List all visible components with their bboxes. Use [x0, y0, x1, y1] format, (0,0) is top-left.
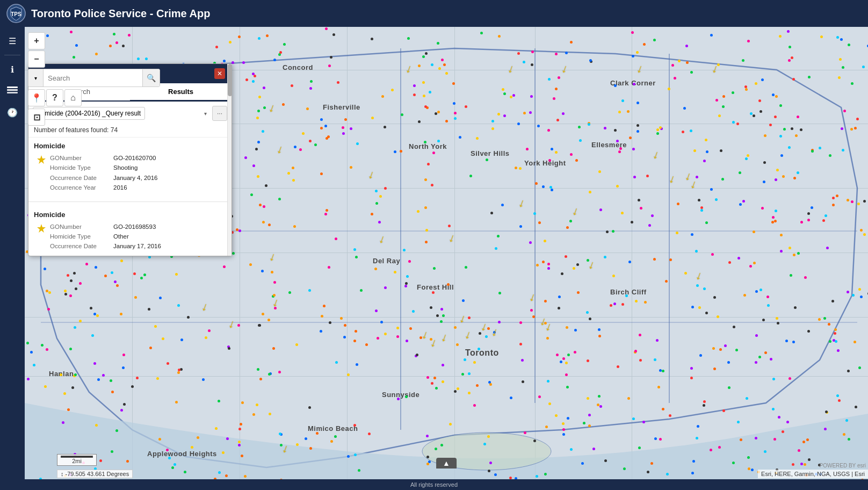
svg-rect-2 — [7, 92, 18, 93]
search-input[interactable] — [45, 69, 141, 87]
crime-dot — [838, 76, 841, 79]
crime-dot — [401, 113, 403, 116]
crime-dot — [772, 216, 775, 219]
crime-dot — [614, 84, 617, 87]
crime-dot — [599, 405, 602, 408]
crime-dot — [375, 190, 378, 192]
crime-dot — [555, 151, 558, 154]
zoom-in-btn[interactable]: + — [28, 32, 45, 49]
crime-dot — [597, 403, 599, 406]
crime-dot — [785, 340, 788, 342]
crime-dot — [425, 241, 428, 243]
help-btn[interactable]: ? — [46, 89, 63, 106]
crime-dot — [74, 373, 77, 376]
crime-dot — [851, 200, 853, 203]
crime-dot — [431, 382, 433, 385]
crime-dot — [761, 78, 764, 81]
home-btn[interactable]: ⌂ — [64, 89, 82, 106]
sidebar-item-menu[interactable]: ☰ — [3, 31, 22, 51]
crime-dot — [423, 95, 425, 97]
crime-dot — [802, 441, 805, 443]
crime-dot — [404, 285, 407, 287]
crime-dot — [797, 171, 799, 174]
result-2-gonumber: GONumber GO-201698593 — [50, 222, 161, 232]
crime-dot — [328, 64, 331, 67]
result-1-occurrencedate: Occurrence Date January 4, 2016 — [50, 173, 157, 183]
crime-dot — [722, 95, 725, 98]
crime-dot — [384, 286, 387, 289]
crime-dot — [748, 467, 750, 470]
crime-dot — [122, 366, 125, 369]
crime-dot — [843, 433, 845, 436]
panel-close-btn[interactable]: ✕ — [214, 68, 225, 79]
crime-dot — [862, 66, 865, 68]
filter-more-btn[interactable]: ··· — [212, 106, 227, 121]
crime-dot — [238, 229, 241, 232]
crime-dot — [671, 64, 674, 67]
crime-dot — [115, 429, 118, 432]
crime-dot — [33, 364, 35, 366]
crime-dot — [715, 99, 718, 102]
crime-dot — [447, 283, 450, 286]
map-toolbar-row1: + — [28, 32, 160, 49]
crime-dot — [408, 260, 411, 263]
crime-dot — [456, 343, 459, 346]
crime-dot — [566, 326, 568, 329]
crime-dot — [837, 349, 840, 352]
crime-dot — [309, 140, 312, 142]
crime-dot — [847, 199, 849, 201]
crime-dot — [268, 373, 271, 376]
crime-dot — [720, 149, 722, 152]
crime-dot — [692, 460, 695, 463]
crime-dot — [232, 252, 235, 255]
result-2-row: GONumber GO-201698593 Homicide Type Othe… — [34, 222, 226, 251]
crime-dot — [604, 459, 607, 462]
crime-dot — [530, 309, 533, 312]
crime-dot — [27, 378, 30, 380]
crime-dot — [793, 254, 795, 256]
crime-dot — [442, 314, 445, 317]
location-btn[interactable]: 📍 — [28, 89, 45, 106]
crime-dot — [517, 122, 520, 125]
crime-dot — [222, 451, 225, 454]
crime-dot — [819, 147, 821, 149]
crime-dot — [465, 105, 467, 108]
svg-marker-11 — [37, 155, 46, 164]
scrollbar-track[interactable] — [227, 137, 232, 256]
crime-dot — [598, 335, 601, 337]
crime-dot — [587, 359, 589, 362]
crime-dot — [705, 139, 707, 141]
crime-dot — [555, 88, 558, 90]
svg-marker-12 — [37, 224, 46, 233]
zoom-out-btn[interactable]: − — [28, 51, 45, 68]
crime-dot — [468, 372, 471, 375]
crime-dot — [64, 290, 67, 292]
sidebar-item-layers[interactable] — [3, 81, 22, 100]
crime-dot — [238, 35, 241, 38]
scale-label: 2mi — [72, 458, 82, 464]
crime-dot — [459, 136, 461, 139]
crime-dot — [545, 426, 548, 428]
crime-dot — [437, 42, 439, 45]
collapse-map-btn[interactable]: ▲ — [436, 458, 457, 469]
crime-dot — [775, 178, 777, 181]
extent-btn[interactable]: ⊡ — [28, 109, 45, 126]
search-dropdown-btn[interactable]: ▾ — [28, 69, 44, 87]
crime-dot — [502, 88, 504, 91]
crime-dot — [491, 127, 494, 130]
crime-dot — [468, 316, 471, 319]
crime-dot — [526, 148, 529, 150]
crime-dot — [244, 475, 247, 478]
crime-dot — [430, 338, 432, 341]
crime-dot — [749, 265, 752, 268]
crime-dot — [535, 182, 538, 185]
crime-dot — [854, 127, 857, 129]
sidebar-item-info[interactable]: ℹ — [3, 60, 22, 79]
crime-dot — [538, 221, 541, 224]
panel-results[interactable]: Homicide GONumber GO-201620700 Homicide … — [28, 137, 232, 256]
sidebar-item-history[interactable]: 🕐 — [3, 103, 22, 122]
map-toolbar-row3: 📍 ? ⌂ — [28, 89, 160, 106]
crime-dot — [309, 447, 312, 450]
result-1-icon — [36, 154, 47, 165]
search-go-btn[interactable]: 🔍 — [142, 69, 160, 87]
